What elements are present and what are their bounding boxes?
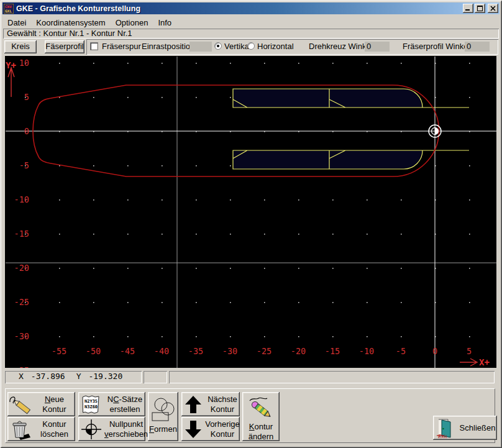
svg-text:CNV: CNV xyxy=(5,4,12,9)
exit-door-icon: Exit xyxy=(433,418,458,439)
x-tick-label: -50 xyxy=(86,346,101,356)
faeserprofil-button[interactable]: Fäserprofil xyxy=(45,40,84,53)
x-axis-label: X+ xyxy=(479,357,490,367)
x-tick-label: -40 xyxy=(154,346,169,356)
y-tick-label: -15 xyxy=(14,229,29,239)
x-tick-label: -5 xyxy=(396,346,406,356)
nc-saetze-erstellen-button[interactable]: N2Y35 N3Z60 NC-Sätze erstellen xyxy=(78,392,145,416)
vertikal-radio[interactable] xyxy=(214,42,222,50)
nullpunkt-verschieben-button[interactable]: Nullpunkt verschieben xyxy=(78,417,145,441)
window-title: GKE - Grafische Konturerstellung xyxy=(16,4,462,13)
svg-text:N2Y35: N2Y35 xyxy=(84,399,98,404)
pencil-icon xyxy=(7,394,34,415)
y-tick-label: -10 xyxy=(14,194,29,204)
x-tick-label: -30 xyxy=(222,346,237,356)
fraeserprofil-winkel-label: Fräserprofil Winkel xyxy=(403,42,470,51)
fraeserspur-label: Fräserspur xyxy=(102,42,141,51)
slot-bottom-fill xyxy=(233,150,422,169)
x-tick-label: 5 xyxy=(467,346,472,356)
minimize-icon xyxy=(465,6,471,11)
toolbar: Kreis Fäserprofil Fräserspur Einrastposi… xyxy=(3,39,499,55)
x-tick-label: -35 xyxy=(188,346,203,356)
fraeserprofil-winkel-field[interactable]: 0 xyxy=(465,42,490,52)
menu-info[interactable]: Info xyxy=(153,17,176,29)
x-tick-label: 0 xyxy=(432,346,437,356)
action-button-panel: Neue Kontur Kontur löschen N2Y35 xyxy=(5,388,495,443)
drehkreuz-winkel-label: Drehkreuz Winkel xyxy=(309,42,373,51)
x-tick-label: -55 xyxy=(52,346,66,356)
y-tick-label: 0 xyxy=(24,126,29,136)
trash-icon xyxy=(7,418,34,441)
x-tick-label: -25 xyxy=(257,346,272,356)
origin-target-icon xyxy=(78,418,104,441)
selection-status-bar: Gewählt : Kontur Nr.1 - Kontur Nr.1 xyxy=(3,29,499,39)
title-bar[interactable]: CNV GXL GKE - Grafische Konturerstellung xyxy=(2,2,500,14)
contour-drawing: Y+ X+ -55-50-45-40-35-30-25-20-15-10-505… xyxy=(5,56,496,368)
horizontal-label: Horizontal xyxy=(257,42,294,51)
x-tick-label: -15 xyxy=(325,346,340,356)
kreis-button[interactable]: Kreis xyxy=(4,40,37,53)
y-tick-label: -25 xyxy=(14,297,29,307)
fraeserspur-checkbox[interactable] xyxy=(90,42,98,50)
drawing-canvas[interactable]: Y+ X+ -55-50-45-40-35-30-25-20-15-10-505… xyxy=(5,56,496,368)
kontur-loeschen-button[interactable]: Kontur löschen xyxy=(7,417,75,441)
neue-kontur-button[interactable]: Neue Kontur xyxy=(7,392,75,416)
maximize-icon xyxy=(477,6,483,11)
coordinate-status-panel: X-37.896Y-19.320 xyxy=(5,371,142,383)
close-button[interactable] xyxy=(488,4,498,13)
einrastposition-field[interactable] xyxy=(189,42,212,52)
schliessen-button[interactable]: Exit Schließen xyxy=(433,416,497,440)
arrow-down-icon xyxy=(181,420,205,439)
y-axis-label: Y+ xyxy=(6,60,16,70)
shapes-icon xyxy=(150,396,177,424)
y-tick-label: -35 xyxy=(14,365,29,368)
nc-program-icon: N2Y35 N3Z60 xyxy=(78,394,104,415)
x-tick-label: -20 xyxy=(291,346,306,356)
close-icon xyxy=(490,6,496,11)
status-panel-3 xyxy=(169,371,495,383)
kontur-aendern-button[interactable]: Kontur ändern xyxy=(242,392,280,441)
y-tick-label: 5 xyxy=(24,92,29,102)
menu-optionen[interactable]: Optionen xyxy=(111,17,153,29)
arrow-up-icon xyxy=(181,395,205,414)
application-window: CNV GXL GKE - Grafische Konturerstellung… xyxy=(0,0,502,448)
slot-top-fill xyxy=(233,89,422,107)
status-panel-2 xyxy=(144,371,167,383)
status-y-label: Y xyxy=(76,371,81,382)
status-x-value: -37.896 xyxy=(31,371,65,382)
minimize-button[interactable] xyxy=(463,4,473,13)
y-tick-label: 10 xyxy=(19,58,29,68)
status-x-label: X xyxy=(19,371,24,382)
y-tick-label: -30 xyxy=(14,331,29,341)
menu-koordinatensystem[interactable]: Koordinatensystem xyxy=(31,17,110,29)
y-tick-label: -5 xyxy=(19,160,29,170)
svg-text:Exit: Exit xyxy=(437,433,447,439)
app-icon: CNV GXL xyxy=(4,4,14,14)
svg-text:GXL: GXL xyxy=(5,9,12,13)
formen-button[interactable]: Formen xyxy=(148,392,178,441)
horizontal-radio[interactable] xyxy=(247,42,255,50)
x-tick-label: -45 xyxy=(120,346,135,356)
svg-text:N3Z60: N3Z60 xyxy=(84,405,98,409)
status-y-value: -19.320 xyxy=(88,371,122,382)
menu-bar: Datei Koordinatensystem Optionen Info xyxy=(2,17,500,29)
x-tick-label: -10 xyxy=(359,346,374,356)
menu-datei[interactable]: Datei xyxy=(2,17,31,29)
drehkreuz-winkel-field[interactable]: 0 xyxy=(365,42,390,52)
toolbar-options-panel: Fräserspur Einrastposition Vertikal Hori… xyxy=(86,39,498,55)
vorherige-kontur-button[interactable]: Vorherige Kontur xyxy=(181,417,240,441)
naechste-kontur-button[interactable]: Nächste Kontur xyxy=(181,392,240,416)
edit-pencil-icon xyxy=(247,396,275,422)
maximize-button[interactable] xyxy=(475,4,485,13)
y-tick-label: -20 xyxy=(14,263,29,273)
einrastposition-label: Einrastposition xyxy=(142,42,194,51)
